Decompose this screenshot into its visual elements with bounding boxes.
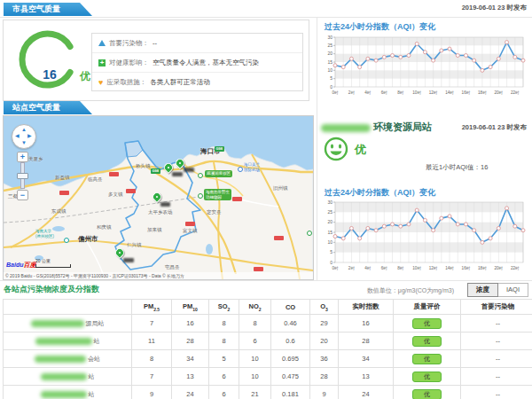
value-cell: 11 bbox=[132, 332, 172, 350]
primary-pollutant-cell: -- bbox=[461, 332, 532, 350]
value-cell: 0.475 bbox=[271, 368, 310, 386]
divider bbox=[0, 17, 532, 18]
value-cell: 16 bbox=[172, 315, 209, 332]
value-cell: 8 bbox=[239, 315, 271, 332]
map-poi-label: 海口美兰 国际机场 bbox=[244, 162, 260, 172]
tab-city-air-quality[interactable]: 市县空气质量 bbox=[4, 3, 92, 16]
city-chart-title: 过去24小时分指数（AQI）变化 bbox=[325, 21, 435, 33]
value-cell: 9 bbox=[132, 386, 172, 399]
map-label-redacted bbox=[172, 172, 183, 176]
station-name-redacted bbox=[321, 124, 371, 132]
primary-pollutant-cell: -- bbox=[461, 315, 532, 332]
value-cell: 0.695 bbox=[271, 350, 310, 368]
svg-text:6时: 6时 bbox=[381, 90, 388, 95]
map-poi-label: 海南大学 (儋州校区) bbox=[35, 229, 54, 239]
value-cell: 28 bbox=[339, 332, 394, 350]
toggle-concentration[interactable]: 浓度 bbox=[467, 283, 498, 297]
value-cell: 24 bbox=[339, 386, 394, 399]
map-town-label: 加来镇 bbox=[147, 227, 162, 233]
value-cell: 21 bbox=[239, 386, 271, 399]
map-poi-label: 观澜湖度假区 bbox=[205, 170, 232, 177]
column-header: 质量评价 bbox=[394, 300, 461, 315]
svg-text:22时: 22时 bbox=[511, 266, 520, 270]
svg-text:2时: 2时 bbox=[348, 266, 356, 270]
value-cell: 7 bbox=[132, 368, 172, 386]
station-name-suffix: 会站 bbox=[88, 356, 100, 362]
svg-text:14时: 14时 bbox=[445, 266, 454, 270]
map-scale-label: 20 公里 bbox=[35, 258, 51, 263]
info-label: 首要污染物： bbox=[109, 39, 149, 48]
value-cell: 8 bbox=[209, 332, 239, 350]
table-row[interactable]: 会站8345100.6953634优-- bbox=[4, 350, 532, 368]
table-row[interactable]: 站7136100.4752813优-- bbox=[4, 368, 532, 386]
table-row[interactable]: 站1128860.62028优-- bbox=[4, 332, 532, 350]
value-cell: 0.6 bbox=[271, 332, 310, 350]
value-cell: 28 bbox=[172, 332, 209, 350]
value-cell: 6 bbox=[239, 332, 271, 350]
quality-badge: 优 bbox=[412, 389, 442, 399]
svg-text:0时: 0时 bbox=[332, 266, 339, 270]
value-cell: 0.46 bbox=[271, 315, 310, 332]
svg-text:22时: 22时 bbox=[511, 90, 520, 95]
svg-text:0: 0 bbox=[330, 260, 332, 265]
pollutant-table: PM2.5PM10SO2NO2COO3实时指数质量评价首要污染物源局站71688… bbox=[3, 299, 532, 399]
svg-text:16时: 16时 bbox=[462, 266, 471, 270]
grade-cell: 优 bbox=[394, 386, 461, 399]
aqi-value: 16 bbox=[32, 67, 67, 82]
toggle-iaqi[interactable]: IAQI bbox=[498, 283, 528, 297]
station-name-cell: 站 bbox=[4, 368, 132, 386]
road-shield: G98 bbox=[215, 146, 224, 152]
column-header: O3 bbox=[310, 300, 339, 315]
primary-pollutant-cell: -- bbox=[461, 368, 532, 386]
value-cell: 5 bbox=[209, 350, 239, 368]
table-row[interactable]: 源局站716880.462916优-- bbox=[4, 315, 532, 332]
baidu-logo-cn: 百度 bbox=[23, 262, 35, 268]
pollutant-icon bbox=[98, 40, 106, 46]
value-cell: 6 bbox=[209, 386, 239, 399]
value-cell: 0.181 bbox=[271, 386, 310, 399]
station-aqi-chart: 0510152025300时2时4时6时8时10时12时14时16时18时20时… bbox=[321, 198, 528, 274]
pan-left-icon[interactable]: ◀ bbox=[15, 133, 20, 138]
pan-up-icon[interactable]: ▲ bbox=[21, 127, 27, 132]
info-value: 空气质量令人满意，基本无空气污染 bbox=[153, 59, 259, 67]
grade-cell: 优 bbox=[394, 368, 461, 386]
svg-text:4时: 4时 bbox=[364, 266, 372, 270]
map-town-label: 仁兴镇 bbox=[127, 242, 142, 248]
map-town-label: 桥头镇 bbox=[136, 163, 151, 169]
svg-text:20: 20 bbox=[327, 51, 332, 56]
divider bbox=[317, 18, 317, 280]
map-town-label: 屯昌县 bbox=[165, 264, 180, 270]
quality-badge: 优 bbox=[412, 372, 442, 382]
map-town-label: 多文镇 bbox=[108, 192, 123, 198]
recent-aqi-label: 最近1小时AQI值： bbox=[426, 163, 481, 171]
svg-text:10时: 10时 bbox=[412, 90, 421, 95]
grade-cell: 优 bbox=[394, 350, 461, 368]
info-label: 对健康影响： bbox=[109, 59, 149, 67]
svg-text:14时: 14时 bbox=[445, 90, 454, 95]
zoom-handle[interactable] bbox=[17, 173, 28, 179]
publish-time-city: 2019-06-01 23 时发布 bbox=[462, 4, 527, 12]
air-quality-dashboard: 2019-06-01 23 时发布 市县空气质量 16 优 首要污染物： -- … bbox=[0, 0, 532, 399]
station-map[interactable]: 海口市儋州市美夏乡新盈镇临高县桥头镇多文镇东成镇三都镇和庆镇加来镇仁兴镇太平乡农… bbox=[3, 115, 314, 280]
svg-text:10时: 10时 bbox=[412, 266, 421, 270]
zoom-in-button[interactable]: + bbox=[17, 152, 28, 162]
table-row[interactable]: 站9246210.181924优-- bbox=[4, 386, 532, 399]
tab-station-air-quality[interactable]: 站点空气质量 bbox=[4, 101, 92, 114]
baidu-logo-text: Baidu bbox=[6, 262, 23, 268]
road-shield bbox=[232, 197, 242, 201]
svg-text:20时: 20时 bbox=[494, 266, 503, 270]
svg-text:16时: 16时 bbox=[462, 90, 471, 95]
svg-text:18时: 18时 bbox=[478, 90, 487, 95]
map-pan-control[interactable]: ▲ ▼ ◀ ▶ bbox=[12, 124, 36, 149]
info-row-health: + 对健康影响： 空气质量令人满意，基本无空气污染 bbox=[92, 53, 302, 73]
map-poi-icon bbox=[198, 193, 203, 199]
map-poi-icon bbox=[198, 173, 203, 178]
road-shield bbox=[59, 191, 69, 195]
info-value: -- bbox=[153, 39, 157, 47]
info-label: 应采取措施： bbox=[106, 78, 146, 87]
zoom-out-button[interactable]: − bbox=[17, 190, 28, 200]
pan-down-icon[interactable]: ▼ bbox=[21, 140, 27, 145]
station-name-redacted bbox=[41, 373, 87, 380]
pan-right-icon[interactable]: ▶ bbox=[27, 133, 32, 138]
table-section-title: 各站点污染物浓度及分指数 bbox=[4, 284, 99, 295]
